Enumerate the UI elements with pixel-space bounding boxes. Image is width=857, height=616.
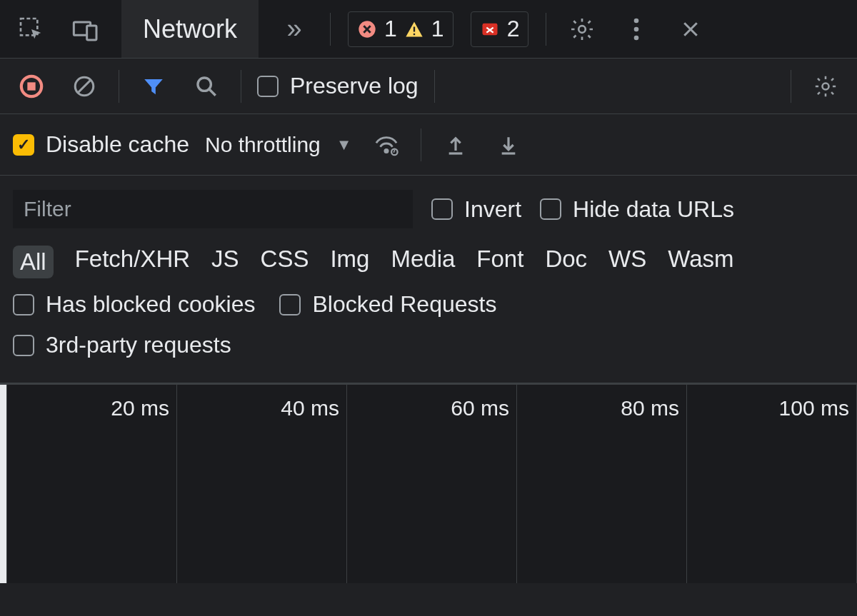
search-icon[interactable] (188, 68, 225, 105)
preserve-log-checkbox[interactable]: Preserve log (257, 73, 419, 99)
timeline-cell: 40 ms (177, 385, 347, 583)
timeline-cell: 60 ms (347, 385, 517, 583)
checkbox-icon (431, 198, 453, 220)
has-blocked-cookies-checkbox[interactable]: Has blocked cookies (13, 291, 255, 318)
disable-cache-checkbox[interactable]: ✓ Disable cache (13, 131, 189, 158)
throttling-label: No throttling (205, 133, 321, 157)
timeline-tick-label: 100 ms (779, 396, 849, 420)
network-toolbar: Preserve log (0, 59, 857, 114)
export-har-icon[interactable] (437, 126, 474, 163)
divider (546, 13, 546, 46)
clear-button[interactable] (66, 68, 103, 105)
timeline-cell: 100 ms (687, 385, 857, 583)
disable-cache-label: Disable cache (46, 131, 189, 158)
console-error-warning-pill[interactable]: 1 1 (348, 11, 453, 47)
checkbox-icon (13, 335, 34, 356)
filter-panel: Invert Hide data URLs AllFetch/XHRJSCSSI… (0, 176, 857, 383)
throttling-select[interactable]: No throttling ▼ (205, 133, 352, 157)
type-chip-wasm[interactable]: Wasm (668, 246, 733, 278)
error-icon (357, 19, 377, 39)
type-chip-font[interactable]: Font (476, 246, 523, 278)
close-icon[interactable] (672, 11, 709, 48)
network-settings-icon[interactable] (807, 68, 844, 105)
timeline-range-handle[interactable] (0, 385, 7, 583)
svg-point-10 (634, 35, 639, 40)
import-har-icon[interactable] (490, 126, 527, 163)
timeline-tick-label: 60 ms (451, 396, 509, 420)
chevron-down-icon: ▼ (336, 136, 352, 154)
network-conditions-icon[interactable] (368, 126, 405, 163)
svg-point-7 (579, 26, 586, 33)
checkbox-icon (257, 76, 279, 97)
type-chip-doc[interactable]: Doc (545, 246, 587, 278)
svg-point-14 (198, 77, 211, 90)
network-toolbar-secondary: ✓ Disable cache No throttling ▼ (0, 114, 857, 176)
inspect-element-icon[interactable] (13, 11, 50, 48)
type-chip-ws[interactable]: WS (608, 246, 646, 278)
warning-icon (404, 19, 424, 39)
has-blocked-cookies-label: Has blocked cookies (46, 291, 255, 318)
settings-icon[interactable] (563, 11, 601, 48)
svg-point-8 (634, 18, 639, 23)
svg-rect-2 (87, 26, 96, 40)
type-chip-img[interactable]: Img (330, 246, 369, 278)
hide-data-urls-checkbox[interactable]: Hide data URLs (540, 196, 734, 223)
blocked-requests-checkbox[interactable]: Blocked Requests (279, 291, 496, 318)
issues-pill[interactable]: 2 (471, 11, 529, 47)
svg-rect-12 (27, 82, 35, 90)
type-chip-all[interactable]: All (13, 246, 54, 278)
svg-rect-4 (414, 26, 415, 31)
blocked-requests-label: Blocked Requests (312, 291, 496, 318)
device-toolbar-icon[interactable] (67, 11, 104, 48)
third-party-label: 3rd-party requests (46, 332, 231, 358)
timeline-tick-label: 80 ms (621, 396, 679, 420)
type-chip-fetch-xhr[interactable]: Fetch/XHR (75, 246, 190, 278)
invert-label: Invert (464, 196, 521, 223)
svg-point-9 (634, 26, 639, 31)
checkbox-icon (540, 198, 561, 220)
timeline-cell: 20 ms (7, 385, 177, 583)
warning-count: 1 (431, 16, 444, 42)
svg-point-15 (822, 83, 828, 89)
record-button[interactable] (13, 68, 50, 105)
issues-count: 2 (507, 16, 520, 42)
filter-toggle-icon[interactable] (135, 68, 172, 105)
request-type-chips: AllFetch/XHRJSCSSImgMediaFontDocWSWasm (13, 236, 844, 284)
divider (119, 70, 119, 103)
kebab-menu-icon[interactable] (618, 11, 655, 48)
divider (434, 70, 435, 103)
issues-icon (480, 19, 500, 39)
hide-data-urls-label: Hide data URLs (573, 196, 734, 223)
filter-input[interactable] (13, 190, 413, 228)
timeline-overview[interactable]: 20 ms40 ms60 ms80 ms100 ms (0, 383, 857, 583)
divider (421, 128, 421, 161)
type-chip-js[interactable]: JS (211, 246, 239, 278)
timeline-tick-label: 20 ms (111, 396, 169, 420)
svg-rect-5 (414, 33, 415, 34)
tab-label: Network (143, 14, 237, 44)
checkbox-icon: ✓ (13, 134, 34, 156)
divider (241, 70, 241, 103)
timeline-cell: 80 ms (517, 385, 687, 583)
svg-point-16 (384, 149, 387, 152)
checkbox-icon (279, 294, 301, 315)
devtools-tabbar: Network » 1 1 2 (0, 0, 857, 59)
type-chip-css[interactable]: CSS (261, 246, 309, 278)
third-party-requests-checkbox[interactable]: 3rd-party requests (13, 332, 231, 358)
type-chip-media[interactable]: Media (391, 246, 455, 278)
timeline-tick-label: 40 ms (281, 396, 339, 420)
more-tabs-icon[interactable]: » (276, 11, 313, 48)
error-count: 1 (384, 16, 397, 42)
preserve-log-label: Preserve log (290, 73, 419, 99)
checkbox-icon (13, 294, 34, 315)
invert-checkbox[interactable]: Invert (431, 196, 521, 223)
divider (330, 13, 331, 46)
tab-network[interactable]: Network (121, 0, 259, 58)
divider (791, 70, 791, 103)
